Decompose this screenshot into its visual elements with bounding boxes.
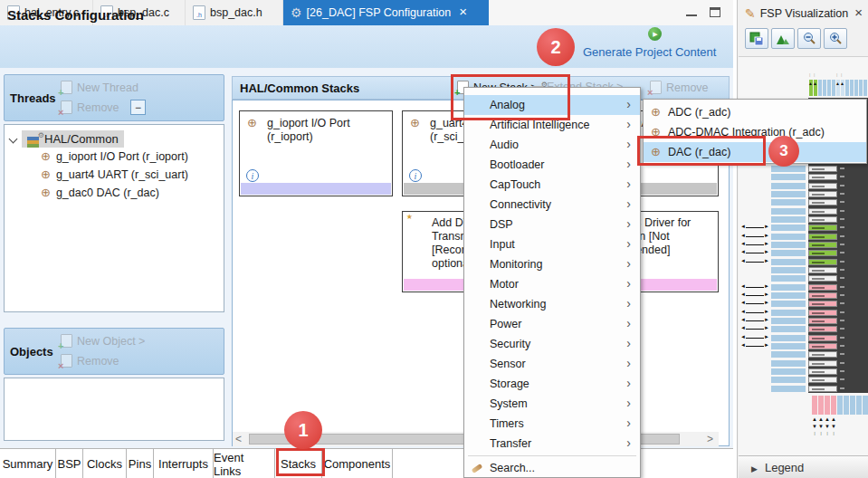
new-thread-button[interactable]: New Thread [61,81,138,94]
info-icon[interactable]: i [246,169,259,182]
new-stack-menu: Analog Artificial Intelligence Audio Boo… [463,87,641,478]
chip-save-icon [749,32,764,46]
module-icon [247,117,257,129]
tree-node-dac[interactable]: g_dac0 DAC (r_dac) [41,184,224,202]
chip-bottom-pins [812,396,868,415]
scroll-right-icon[interactable]: > [707,432,713,446]
zoom-out-icon [802,32,816,46]
tab-event-links[interactable]: Event Links [214,449,275,478]
annotation-step-1: 1 [284,411,322,449]
menu-item-captouch[interactable]: CapTouch [464,175,640,195]
new-object-button[interactable]: New Object > [61,334,145,348]
tab-summary[interactable]: Summary [0,449,56,478]
tab-components[interactable]: Components [322,449,393,478]
menu-item-transfer[interactable]: Transfer [464,434,640,454]
info-icon[interactable]: i [409,169,422,182]
tree-node-ioport[interactable]: g_ioport I/O Port (r_ioport) [41,148,224,166]
threads-title: Threads [10,91,56,105]
stacks-title: HAL/Common Stacks [240,81,359,95]
threads-panel-header: Threads New Thread Remove − [4,74,224,121]
remove-thread-button[interactable]: Remove [61,100,119,114]
annotation-step-3: 3 [768,136,799,167]
menu-item-networking[interactable]: Networking [464,294,640,314]
tab-pins[interactable]: Pins [127,449,154,478]
tree-node-uart[interactable]: g_uart4 UART (r_sci_uart) [41,166,224,184]
module-icon [41,150,51,163]
annotation-rect-dac [637,136,766,166]
objects-title: Objects [10,345,53,358]
menu-item-motor[interactable]: Motor [464,274,640,294]
maximize-view-icon[interactable] [710,7,720,17]
menu-separator [468,455,636,456]
tab-fsp-configuration[interactable]: [26_DAC] FSP Configuration [283,0,489,25]
menu-item-timers[interactable]: Timers [464,414,640,434]
close-view-icon[interactable] [854,7,863,20]
gear-icon [291,5,302,20]
legend-bar[interactable]: Legend [739,455,868,478]
menu-item-security[interactable]: Security [464,334,640,354]
new-object-icon [61,334,72,348]
fsp-visualization-tab[interactable]: FSP Visualization [738,0,868,21]
menu-item-search[interactable]: Search... [464,458,640,478]
menu-item-sensor[interactable]: Sensor [464,354,640,374]
menu-item-connectivity[interactable]: Connectivity [464,195,640,215]
close-tab-icon[interactable] [459,6,467,19]
remove-icon [61,354,72,368]
tab-label: bsp_dac.h [210,6,262,19]
menu-item-input[interactable]: Input [464,234,640,254]
minimize-view-icon[interactable] [686,7,697,16]
menu-item-storage[interactable]: Storage [464,374,640,394]
remove-icon [650,81,662,94]
objects-list-panel [4,378,224,441]
app-window: .c hal_entry.c .c bsp_dac.c .h bsp_dac.h… [0,0,868,478]
menu-item-dsp[interactable]: DSP [464,215,640,234]
annotation-rect-stacks-tab [276,448,325,476]
module-icon [651,106,661,119]
menu-item-bootloader[interactable]: Bootloader [464,155,640,175]
submenu-item-adc[interactable]: ADC (r_adc) [644,102,866,122]
page-title: Stacks Configuration [7,7,144,23]
chip-top-pins [809,80,867,96]
pencil-icon [745,6,756,21]
generate-project-content-button[interactable]: Generate Project Content [583,45,716,59]
status-bar [241,183,391,195]
annotation-rect-new-stack [451,74,570,120]
collapse-all-button[interactable]: − [130,100,146,115]
menu-item-audio[interactable]: Audio [464,135,640,155]
tab-bsp-dac-h[interactable]: .h bsp_dac.h [186,0,283,25]
hal-common-icon [27,137,39,140]
fit-view-button[interactable] [771,28,795,49]
module-icon [410,117,420,129]
remove-stack-button[interactable]: Remove [650,81,709,94]
h-file-icon: .h [193,5,205,20]
module-icon [41,186,51,199]
tab-interrupts[interactable]: Interrupts [154,449,214,478]
remove-object-button[interactable]: Remove [61,354,119,368]
chip-left-pins [739,165,868,394]
menu-item-monitoring[interactable]: Monitoring [464,254,640,274]
stack-card-ioport[interactable]: g_ioport I/O Port (r_ioport) i [239,110,393,196]
save-image-button[interactable] [745,28,768,49]
tab-clocks[interactable]: Clocks [83,449,127,478]
generate-play-icon [648,27,662,41]
menu-item-system[interactable]: System [464,394,640,414]
search-torch-icon [472,464,483,473]
tree-node-hal-common[interactable]: HAL/Common [10,129,224,148]
objects-panel-header: Objects New Object > Remove [4,328,224,375]
zoom-in-icon [828,32,843,46]
scroll-left-icon[interactable]: < [235,432,242,446]
new-thread-icon [61,81,72,94]
tab-bsp[interactable]: BSP [56,449,83,478]
annotation-step-2: 2 [537,28,575,66]
menu-item-power[interactable]: Power [464,314,640,334]
tab-label: [26_DAC] FSP Configuration [307,6,452,19]
mountain-icon [776,32,790,46]
module-icon [41,168,51,181]
zoom-out-button[interactable] [797,28,821,49]
remove-icon [61,100,72,114]
threads-tree-panel: HAL/Common g_ioport I/O Port (r_ioport) … [4,124,224,312]
zoom-in-button[interactable] [824,28,847,49]
chevron-down-icon[interactable] [9,134,18,143]
expand-legend-icon[interactable] [751,461,758,474]
